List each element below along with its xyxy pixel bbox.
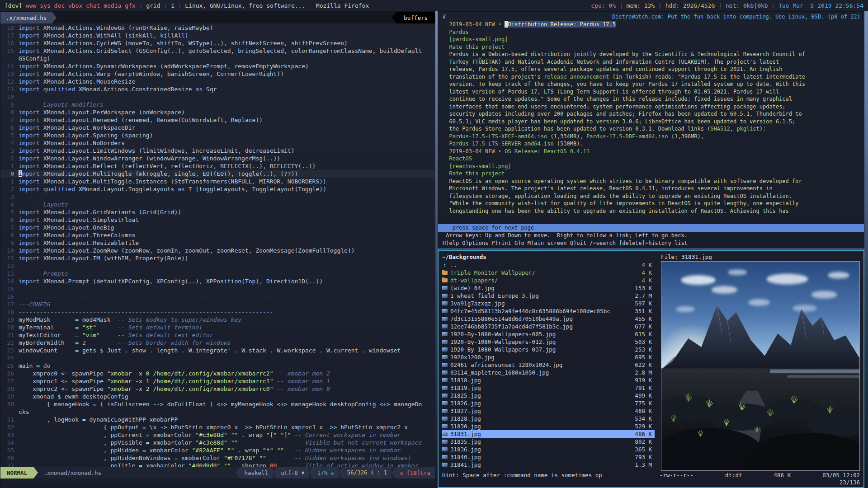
link[interactable]: [pardus-small.png] <box>443 36 508 42</box>
code-line[interactable]: 4import XMonad.Layout.NoBorders <box>0 139 435 147</box>
code-line[interactable]: 26 xmproc0 <- spawnPipe "xmobar -x 0 /ho… <box>0 370 435 377</box>
code-line[interactable]: 10import XMonad.Layout.ZoomRow (zoomRow,… <box>0 247 435 254</box>
file-row[interactable]: 31835.jpg802 K <box>442 438 655 446</box>
code-line[interactable]: 19myModMask = mod4Mask -- Sets modkey to… <box>0 316 435 324</box>
code-line[interactable]: 17import XMonad.Actions.WithAll (sinkAll… <box>0 32 435 39</box>
code-line[interactable]: 6import XMonad.Layout.SimplestFloat <box>0 216 435 224</box>
file-row[interactable]: 1920-By-1080-Wallpapers-037.jpg253 K <box>442 346 655 353</box>
code-line[interactable]: GSConfig) <box>0 55 435 62</box>
code-line[interactable]: 18--------------------------------------… <box>0 308 435 316</box>
file-row[interactable]: 31830.jpg529 K <box>442 422 655 430</box>
code-line[interactable]: 36 , ppHiddenNoWindows = xmobarColor "#F… <box>0 454 435 462</box>
code-line[interactable]: 1import XMonad.Layout.Reflect (reflectVe… <box>0 162 435 170</box>
code-line[interactable]: 30 { manageHook = ( isFullscreen --> doF… <box>0 400 435 408</box>
code-line[interactable]: 10 <box>0 93 435 101</box>
code-line[interactable]: 5import XMonad.Layout.Spacing (spacing) <box>0 131 435 139</box>
link[interactable]: Pardus-17.5-LTS-SERVER-amd64.iso <box>443 141 554 147</box>
browser-content[interactable]: 2019-03-04 NEW • Distribution Release: P… <box>443 21 860 224</box>
code-line[interactable]: 0import XMonad.Layout.MultiToggle (mkTog… <box>0 170 435 178</box>
file-row[interactable]: 31825.jpg499 K <box>442 392 655 399</box>
workspace-current[interactable]: [dev] <box>5 2 22 9</box>
code-line[interactable]: 3import XMonad.Layout.LimitWindows (limi… <box>0 147 435 155</box>
code-line[interactable]: 9 -- Layouts modifiers <box>0 101 435 108</box>
code-line[interactable]: 25main = do <box>0 362 435 370</box>
file-row[interactable]: 31827.jpg468 K <box>442 407 655 415</box>
code-line[interactable]: 11import XMonad.Layout.IM (withIM, Prope… <box>0 254 435 262</box>
file-row[interactable]: 31841.jpg1.3 M <box>442 461 655 469</box>
code-line[interactable]: 16import XMonad.Actions.CycleWS (moveTo,… <box>0 39 435 47</box>
code-line[interactable]: 12 <box>0 262 435 270</box>
file-row[interactable]: Triple Monitor Wallpaper/4 K <box>442 269 655 277</box>
link[interactable]: [reactos-small.png] <box>443 163 511 169</box>
code-line[interactable]: 13 -- Prompts <box>0 270 435 277</box>
file-list[interactable]: ↑..4 KTriple Monitor Wallpaper/4 Kdt-wal… <box>442 261 655 471</box>
file-row[interactable]: 3vo91g7azxqz.jpg597 K <box>442 300 655 307</box>
file-row[interactable]: ↑..4 K <box>442 261 655 269</box>
code-line[interactable]: 27 xmproc1 <- spawnPipe "xmobar -x 1 /ho… <box>0 377 435 385</box>
file-row[interactable]: 02461_africansunset_1280x1024.jpg622 K <box>442 361 655 369</box>
link[interactable]: SHA512 <box>710 126 730 132</box>
vim-editor-content[interactable]: 18import XMonad.Actions.WindowGo (runOrR… <box>0 23 435 467</box>
code-line[interactable]: 5import XMonad.Layout.GridVariants (Grid… <box>0 208 435 216</box>
file-row[interactable]: 1920-By-1080-Wallpapers-005.jpg615 K <box>442 330 655 338</box>
file-row[interactable]: 31831.jpg486 K <box>442 430 655 438</box>
workspace[interactable]: doc <box>54 2 65 9</box>
workspace[interactable]: gfx <box>125 2 135 9</box>
file-row[interactable]: 12ee746bb85735f1a7a4cd4d7f581b5c.jpg677 … <box>442 323 655 330</box>
code-line[interactable]: 22myBorderWidth = 2 -- Sets border width… <box>0 339 435 347</box>
code-line[interactable]: 37 , ppTitle = xmobarColor "#d0d0d0" "" … <box>0 462 435 467</box>
code-line[interactable]: 35 , ppHidden = xmobarColor "#82AAFF" ""… <box>0 446 435 454</box>
current-directory[interactable]: ~/Backgrounds <box>442 253 655 260</box>
file-row[interactable]: 7d3c13155880e514a8d6d70510be449a.jpg455 … <box>442 315 655 323</box>
xmobar-workspaces[interactable]: [dev] www sys doc vbox chat media gfx : … <box>5 2 369 9</box>
code-line[interactable]: 21myTextEditor = "vim" -- Sets default t… <box>0 331 435 339</box>
link[interactable]: release announcement <box>544 74 609 80</box>
code-line[interactable]: 8import XMonad.Layout.ThreeColumns <box>0 231 435 239</box>
file-row[interactable]: (wide) 64.jpg153 K <box>442 284 655 292</box>
code-line[interactable]: 17---CONFIG <box>0 300 435 308</box>
code-line[interactable]: 16--------------------------------------… <box>0 293 435 300</box>
file-row[interactable]: 31826.jpg775 K <box>442 399 655 407</box>
code-line[interactable]: 2import qualified XMonad.Layout.ToggleLa… <box>0 185 435 193</box>
layout-indicator[interactable]: grid <box>146 2 160 9</box>
file-row[interactable]: 31818.jpg919 K <box>442 376 655 384</box>
code-line[interactable]: 1import XMonad.Layout.MultiToggle.Instan… <box>0 178 435 185</box>
code-line[interactable]: 33 , ppCurrent = xmobarColor "#c3e88d" "… <box>0 431 435 439</box>
code-line[interactable]: 11import qualified XMonad.Actions.Constr… <box>0 85 435 93</box>
code-line[interactable]: 8import XMonad.Layout.PerWorkspace (onWo… <box>0 108 435 116</box>
vim-command-line[interactable] <box>0 479 435 488</box>
file-row[interactable]: 1920x1200.jpg695 K <box>442 353 655 361</box>
link[interactable]: ReactOS <box>443 155 472 162</box>
link[interactable]: OS Release: ReactOS 0.4.11 <box>505 148 590 155</box>
code-line[interactable]: 20myTerminal = "st" -- Sets default term… <box>0 324 435 331</box>
code-line[interactable]: 14import XMonad.Actions.DynamicWorkspace… <box>0 62 435 70</box>
code-line[interactable]: 7import XMonad.Layout.Renamed (renamed, … <box>0 116 435 124</box>
link[interactable]: Pardus <box>443 29 469 35</box>
workspace[interactable]: www <box>26 2 36 9</box>
workspace[interactable]: chat <box>86 2 100 9</box>
code-line[interactable]: 28 xmproc2 <- spawnPipe "xmobar -x 2 /ho… <box>0 385 435 393</box>
link[interactable]: Pardus-17.5-DDE-amd64.iso <box>586 133 668 140</box>
workspace[interactable]: media <box>104 2 121 9</box>
file-row[interactable]: 31836.jpg365 K <box>442 446 655 453</box>
code-line[interactable]: 18import XMonad.Actions.WindowGo (runOrR… <box>0 24 435 32</box>
code-line[interactable]: 13import XMonad.Actions.Warp (warpToWind… <box>0 70 435 78</box>
file-row[interactable]: 31828.jpg534 K <box>442 415 655 422</box>
vim-buffers-label[interactable]: buffers <box>396 12 435 23</box>
file-row[interactable]: 1920-By-1080-Wallpapers-012.jpg503 K <box>442 338 655 346</box>
code-line[interactable]: 31 , logHook = dynamicLogWithPP xmobarPP <box>0 416 435 423</box>
code-line[interactable]: 15import XMonad.Actions.GridSelect (GSCo… <box>0 47 435 55</box>
code-line[interactable]: cks <box>0 408 435 416</box>
code-line[interactable]: 2import XMonad.Layout.WindowArranger (wi… <box>0 155 435 162</box>
link[interactable]: Rate this project <box>443 170 505 177</box>
file-row[interactable]: 31819.jpg791 K <box>442 384 655 392</box>
code-line[interactable]: 23windowCount = gets $ Just . show . len… <box>0 347 435 354</box>
file-row[interactable]: 31840.jpg793 K <box>442 453 655 461</box>
link[interactable]: pkglist <box>736 126 760 132</box>
code-line[interactable]: 15 <box>0 285 435 293</box>
code-line[interactable]: 24 <box>0 354 435 362</box>
selected-link[interactable]: Distribution Release: Pardus 17.5 <box>508 21 616 28</box>
code-line[interactable]: 29 xmonad $ ewmh desktopConfig <box>0 393 435 400</box>
code-line[interactable]: 4 -- Layouts <box>0 201 435 208</box>
code-line[interactable]: 14import XMonad.Prompt (defaultXPConfig,… <box>0 277 435 285</box>
